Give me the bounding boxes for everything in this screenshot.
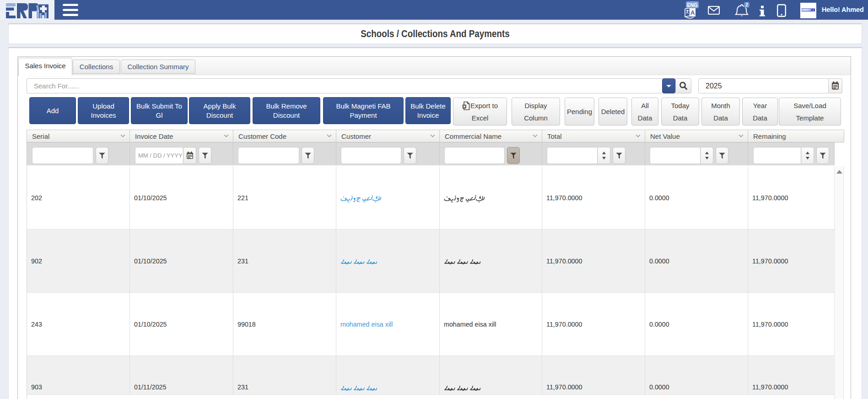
svg-text:A: A	[690, 9, 695, 16]
svg-text:E: E	[813, 9, 814, 11]
svg-text:2: 2	[745, 2, 748, 7]
svg-text:ENG: ENG	[687, 2, 698, 8]
